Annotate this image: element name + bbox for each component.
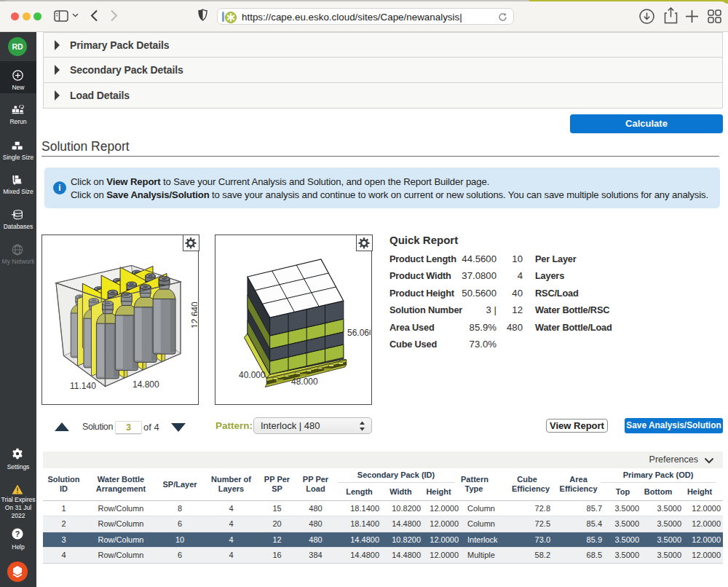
svg-text:56.060: 56.060 (347, 328, 371, 338)
svg-text:11.140: 11.140 (70, 381, 96, 391)
svg-text:40.000: 40.000 (239, 370, 266, 380)
svg-text:14.800: 14.800 (132, 379, 159, 390)
svg-text:48.000: 48.000 (291, 377, 318, 387)
svg-text:?: ? (15, 529, 20, 538)
svg-text:12.640: 12.640 (190, 302, 198, 328)
